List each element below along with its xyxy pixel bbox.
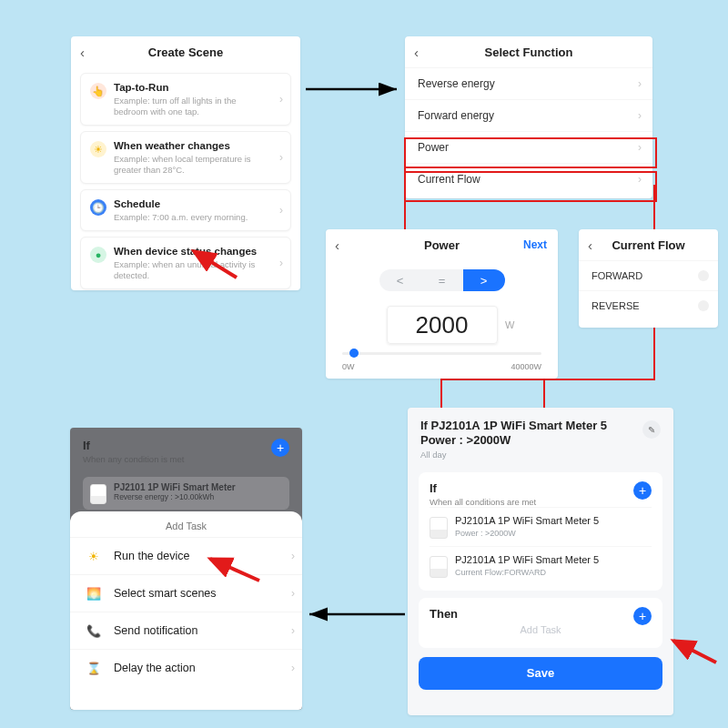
scene-title: If PJ2101A 1P WiFi Smart Meter 5 Power :… (420, 419, 661, 448)
red-arrow-icon (187, 246, 241, 282)
if-label: If (430, 481, 652, 495)
back-icon[interactable]: ‹ (80, 45, 85, 60)
row-label: Reverse energy (418, 77, 495, 90)
item-title: Schedule (114, 197, 268, 210)
cond-name: PJ2101A 1P WiFi Smart Meter 5 (455, 515, 599, 527)
create-item-schedule[interactable]: 🕒 Schedule Example: 7:00 a.m. every morn… (80, 189, 291, 231)
clock-icon: 🕒 (90, 199, 106, 216)
if-card: If When all conditions are met + PJ2101A… (419, 472, 662, 591)
highlight-box (404, 171, 657, 202)
op-equal[interactable]: = (421, 269, 463, 291)
func-row-reverse-energy[interactable]: Reverse energy › (405, 67, 652, 99)
select-function-title: Select Function (405, 46, 652, 59)
create-item-tap-to-run[interactable]: 👆 Tap-to-Run Example: turn off all light… (80, 73, 291, 126)
tap-icon: 👆 (90, 83, 106, 99)
item-sub: Example: 7:00 a.m. every morning. (114, 212, 268, 223)
sheet-title: Add Task (70, 517, 302, 537)
connector-line (543, 379, 654, 380)
highlight-box (404, 137, 657, 168)
chevron-right-icon: › (279, 151, 283, 164)
item-sub: Example: turn off all lights in the bedr… (114, 96, 268, 117)
dimmed-background: If When any condition is met + PJ2101 1P… (70, 428, 302, 510)
device-icon (430, 517, 448, 539)
task-sheet: Add Task ☀ Run the device › 🌅 Select sma… (70, 511, 302, 710)
sun-icon: ☀ (90, 141, 106, 157)
flow-row-forward[interactable]: FORWARD (579, 260, 718, 290)
connector-line (440, 379, 442, 409)
power-value-input[interactable]: 2000 W (387, 306, 498, 344)
hourglass-icon: ⌛ (85, 659, 103, 677)
condition-row[interactable]: PJ2101A 1P WiFi Smart Meter 5 Power : >2… (430, 507, 652, 546)
radio-icon (698, 300, 709, 311)
create-item-weather[interactable]: ☀ When weather changes Example: when loc… (80, 131, 291, 184)
dim-if-label: If (83, 439, 289, 452)
op-less[interactable]: < (379, 269, 421, 291)
cond-name: PJ2101A 1P WiFi Smart Meter 5 (455, 554, 599, 566)
then-card: Then + Add Task (419, 598, 662, 648)
flow-title: Current Flow (579, 238, 718, 252)
row-label: Select smart scenes (114, 587, 217, 600)
red-arrow-icon (666, 635, 721, 672)
chevron-right-icon: › (638, 100, 642, 131)
connector-line (543, 379, 545, 409)
item-title: Tap-to-Run (114, 81, 268, 94)
svg-line-2 (673, 641, 716, 662)
back-icon[interactable]: ‹ (414, 45, 419, 60)
phone-icon: 📞 (85, 622, 103, 640)
row-label: Run the device (114, 550, 189, 562)
row-label: Send notification (114, 624, 197, 637)
save-button[interactable]: Save (419, 657, 662, 690)
scene-header: If PJ2101A 1P WiFi Smart Meter 5 Power :… (408, 408, 673, 465)
create-scene-panel: ‹ Create Scene 👆 Tap-to-Run Example: tur… (71, 36, 300, 290)
func-row-forward-energy[interactable]: Forward energy › (405, 99, 652, 131)
next-button[interactable]: Next (523, 238, 547, 251)
flow-row-reverse[interactable]: REVERSE (579, 290, 718, 320)
create-item-device-status[interactable]: ● When device status changes Example: wh… (80, 237, 291, 289)
item-sub: Example: when local temperature is great… (114, 154, 268, 176)
add-condition-button: + (271, 439, 289, 457)
power-value: 2000 (416, 311, 469, 339)
power-slider[interactable] (342, 352, 541, 355)
item-title: When weather changes (114, 139, 268, 152)
add-condition-button[interactable]: + (633, 481, 652, 500)
red-arrow-icon (205, 553, 268, 590)
back-icon[interactable]: ‹ (588, 238, 592, 253)
chevron-right-icon: › (279, 257, 283, 269)
range-max: 40000W (511, 362, 541, 371)
row-label: FORWARD (592, 270, 642, 281)
add-task-button[interactable]: + (633, 607, 652, 625)
flow-header: ‹ Current Flow (579, 229, 718, 260)
power-panel: ‹ Power Next < = > 2000 W 0W 40000W (326, 229, 558, 379)
chevron-right-icon: › (291, 624, 295, 637)
power-unit: W (505, 319, 514, 330)
connector-line (653, 185, 655, 230)
create-scene-title: Create Scene (71, 46, 300, 59)
cond-name: PJ2101 1P WiFi Smart Meter (114, 482, 236, 492)
dim-condition: PJ2101 1P WiFi Smart Meter Reverse energ… (83, 477, 289, 510)
power-range: 0W 40000W (326, 362, 558, 371)
task-row-notification[interactable]: 📞 Send notification › (70, 612, 302, 649)
scene-panel: If PJ2101A 1P WiFi Smart Meter 5 Power :… (408, 408, 673, 715)
select-function-header: ‹ Select Function (405, 36, 652, 67)
then-label: Then (430, 607, 652, 621)
if-sub: When all conditions are met (430, 497, 652, 507)
op-greater[interactable]: > (463, 269, 505, 291)
comparator-group[interactable]: < = > (326, 269, 558, 291)
scene-allday: All day (420, 450, 661, 460)
device-icon (90, 484, 106, 504)
chevron-right-icon: › (291, 550, 295, 562)
arrow-icon (305, 605, 410, 623)
radio-icon (698, 270, 709, 281)
row-label: Delay the action (114, 662, 196, 674)
task-row-delay[interactable]: ⌛ Delay the action › (70, 649, 302, 686)
chevron-right-icon: › (291, 587, 295, 600)
add-task-label: Add Task (430, 621, 652, 639)
chevron-right-icon: › (279, 93, 283, 106)
scene-icon: 🌅 (85, 584, 103, 602)
back-icon[interactable]: ‹ (335, 238, 339, 253)
condition-row[interactable]: PJ2101A 1P WiFi Smart Meter 5 Current Fl… (430, 546, 652, 585)
current-flow-panel: ‹ Current Flow FORWARD REVERSE (579, 229, 718, 328)
edit-icon[interactable]: ✎ (642, 420, 661, 439)
cond-detail: Reverse energy : >10.00kWh (114, 492, 236, 501)
connector-line (653, 328, 655, 380)
